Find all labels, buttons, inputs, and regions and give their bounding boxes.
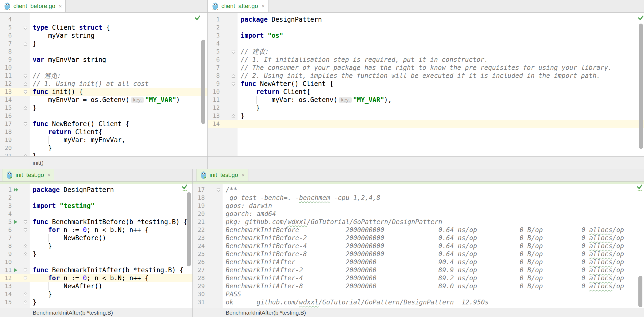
fold-marker-up[interactable] xyxy=(24,300,27,304)
code-line[interactable]: 18 go test -bench=. -benchmem -cpu 1,2,4… xyxy=(193,194,644,202)
code-line[interactable]: 29BenchmarkInitAfter-8 20000000 89.0 ns/… xyxy=(193,282,644,290)
editor-split-handle-top[interactable] xyxy=(207,0,208,169)
fold-marker-up[interactable] xyxy=(24,252,27,256)
fold-marker-down[interactable] xyxy=(24,122,27,126)
code-line[interactable]: 25BenchmarkInitBefore-8 2000000000 0.64 … xyxy=(193,250,644,258)
code-line[interactable]: 5type Client struct { xyxy=(0,24,207,32)
scrollbar-thumb[interactable] xyxy=(639,24,643,149)
inspection-status-icon[interactable] xyxy=(638,15,644,21)
code-line[interactable]: 10 return Client{ xyxy=(208,88,644,96)
tab-client-before-go[interactable]: client_before.go × xyxy=(0,0,66,12)
code-line[interactable]: 15} xyxy=(0,298,192,306)
fold-marker-down[interactable] xyxy=(24,276,27,280)
tab-close-icon[interactable]: × xyxy=(59,3,62,9)
tab-close-icon[interactable]: × xyxy=(241,172,245,178)
scrollbar-thumb[interactable] xyxy=(638,276,642,307)
code-line[interactable]: 14 myEnvVar = os.Getenv(key:"MY_VAR") xyxy=(0,96,207,104)
code-line[interactable]: 2 xyxy=(208,24,644,32)
code-line[interactable]: 28BenchmarkInitAfter-4 20000000 89.2 ns/… xyxy=(193,274,644,282)
code-line[interactable]: 12 for n := 0; n < b.N; n++ { xyxy=(0,274,192,282)
code-line[interactable]: 3import "testing" xyxy=(0,202,192,210)
tab-init-test-go-left[interactable]: init_test.go × xyxy=(2,169,54,181)
fold-marker-down[interactable] xyxy=(24,268,27,272)
code-line[interactable]: 17/** xyxy=(193,186,644,194)
code-editor-client-after[interactable]: 1package DesignPattern23import "os"45// … xyxy=(208,13,644,156)
code-line[interactable]: 19goos: darwin xyxy=(193,202,644,210)
code-line[interactable]: 27BenchmarkInitAfter-2 20000000 89.9 ns/… xyxy=(193,266,644,274)
tab-client-after-go[interactable]: client_after.go × xyxy=(208,0,268,12)
fold-marker-up[interactable] xyxy=(232,114,235,118)
code-line[interactable]: 31ok github.com/wdxxl/GoTutorial/GoPatte… xyxy=(193,298,644,306)
code-line[interactable]: 9func NewAfter() Client { xyxy=(208,80,644,88)
code-line[interactable]: 14 xyxy=(208,120,644,128)
code-line[interactable]: 2 xyxy=(0,194,192,202)
code-line[interactable]: 10 xyxy=(0,258,192,266)
tab-init-test-go-right[interactable]: init_test.go × xyxy=(196,169,248,181)
fold-marker-down[interactable] xyxy=(24,220,27,224)
code-line[interactable]: 20goarch: amd64 xyxy=(193,210,644,218)
fold-marker-down[interactable] xyxy=(232,50,235,54)
code-line[interactable]: 11func BenchmarkInitAfter(b *testing.B) … xyxy=(0,266,192,274)
breadcrumb-item[interactable]: init() xyxy=(33,160,44,166)
code-line[interactable]: 15} xyxy=(0,104,207,112)
fold-marker-down[interactable] xyxy=(24,74,27,78)
fold-marker-up[interactable] xyxy=(24,154,27,156)
code-line[interactable]: 5func BenchmarkInitBefore(b *testing.B) … xyxy=(0,218,192,226)
editor-split-handle-bottom[interactable] xyxy=(192,169,193,317)
fold-marker-up[interactable] xyxy=(24,82,27,86)
run-button[interactable] xyxy=(13,268,18,273)
code-line[interactable]: 8// 2. Using init, implies the function … xyxy=(208,72,644,80)
fold-marker-up[interactable] xyxy=(24,244,27,248)
code-line[interactable]: 16 xyxy=(0,112,207,120)
code-line[interactable]: 21} xyxy=(0,152,207,156)
fold-marker-up[interactable] xyxy=(232,74,235,78)
code-line[interactable]: 1package DesignPattern xyxy=(0,186,192,194)
code-line[interactable]: 6// 1. If initialisation step is require… xyxy=(208,56,644,64)
code-line[interactable]: 24BenchmarkInitBefore-4 2000000000 0.64 … xyxy=(193,242,644,250)
inspection-status-icon[interactable] xyxy=(181,184,188,191)
fold-marker-up[interactable] xyxy=(24,292,27,296)
code-editor-init-test-left[interactable]: 1package DesignPattern23import "testing"… xyxy=(0,184,192,308)
fold-marker-down[interactable] xyxy=(24,90,27,94)
code-line[interactable]: 5// 建议: xyxy=(208,48,644,56)
code-line[interactable]: 3import "os" xyxy=(208,32,644,40)
code-line[interactable]: 8 xyxy=(0,48,207,56)
scrollbar-thumb[interactable] xyxy=(201,40,205,124)
scrollbar-thumb[interactable] xyxy=(187,192,191,266)
code-line[interactable]: 14 } xyxy=(0,290,192,298)
code-line[interactable]: 11 myVar: os.Getenv(key:"MY_VAR"), xyxy=(208,96,644,104)
code-line[interactable]: 8 } xyxy=(0,242,192,250)
fold-marker-up[interactable] xyxy=(24,42,27,46)
code-line[interactable]: 6 myVar string xyxy=(0,32,207,40)
run-all-button[interactable] xyxy=(13,187,19,192)
run-button[interactable] xyxy=(13,220,18,224)
code-line[interactable]: 17func NewBefore() Client { xyxy=(0,120,207,128)
code-line[interactable]: 13 NewAfter() xyxy=(0,282,192,290)
code-line[interactable]: 13func init() { xyxy=(0,88,207,96)
code-line[interactable]: 7} xyxy=(0,40,207,48)
code-line[interactable]: 12 } xyxy=(208,104,644,112)
code-line[interactable]: 4 xyxy=(0,210,192,218)
code-line[interactable]: 26BenchmarkInitAfter 20000000 90.4 ns/op… xyxy=(193,258,644,266)
fold-marker-down[interactable] xyxy=(24,228,27,232)
code-line[interactable]: 30PASS xyxy=(193,290,644,298)
code-line[interactable]: 19 myVar: myEnvVar, xyxy=(0,136,207,144)
code-line[interactable]: 1package DesignPattern xyxy=(208,16,644,24)
tab-close-icon[interactable]: × xyxy=(47,172,51,178)
code-line[interactable]: 20 } xyxy=(0,144,207,152)
code-line[interactable]: 7// The consumer of your package has the… xyxy=(208,64,644,72)
code-line[interactable]: 18 return Client{ xyxy=(0,128,207,136)
code-line[interactable]: 11// 避免: xyxy=(0,72,207,80)
code-line[interactable]: 12// 1. Using init() at all cost xyxy=(0,80,207,88)
code-line[interactable]: 22BenchmarkInitBefore 2000000000 0.64 ns… xyxy=(193,226,644,234)
inspection-status-icon[interactable] xyxy=(194,15,201,21)
tab-close-icon[interactable]: × xyxy=(262,3,265,9)
code-line[interactable]: 13} xyxy=(208,112,644,120)
fold-marker-down[interactable] xyxy=(24,26,27,30)
code-line[interactable]: 10 xyxy=(0,64,207,72)
fold-marker-down[interactable] xyxy=(232,82,235,86)
code-line[interactable]: 23BenchmarkInitBefore-2 2000000000 0.64 … xyxy=(193,234,644,242)
code-line[interactable]: 6 for n := 0; n < b.N; n++ { xyxy=(0,226,192,234)
fold-marker-down[interactable] xyxy=(217,188,220,192)
inspection-status-icon[interactable] xyxy=(637,184,643,191)
